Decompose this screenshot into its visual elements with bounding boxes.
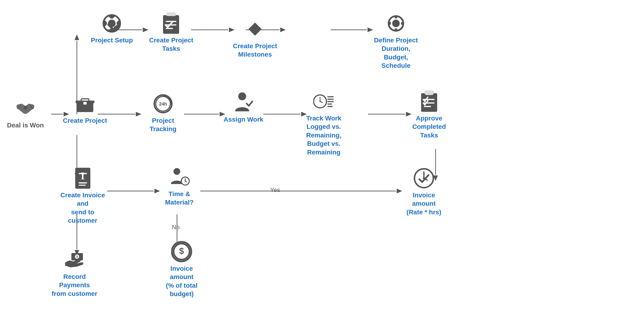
node-create-project-milestones: Create ProjectMilestones <box>233 19 277 59</box>
approve-tasks-label: ApproveCompletedTasks <box>412 114 446 140</box>
svg-text:$: $ <box>179 246 184 256</box>
payment-icon: $ <box>64 249 85 270</box>
diamond-icon <box>244 19 266 40</box>
node-record-payments: $ Record Paymentsfrom customer <box>51 249 98 298</box>
gear-cycle-icon <box>386 13 406 34</box>
node-define-project: Define ProjectDuration, Budget,Schedule <box>373 13 419 70</box>
node-project-setup: Project Setup <box>91 13 133 44</box>
svg-rect-77 <box>424 90 434 94</box>
node-track-work: Track WorkLogged vs. Remaining,Budget vs… <box>300 91 347 156</box>
milestones-label: Create ProjectMilestones <box>233 42 277 59</box>
define-project-label: Define ProjectDuration, Budget,Schedule <box>373 36 419 70</box>
svg-rect-73 <box>328 104 332 104</box>
node-create-project-tasks: Create ProjectTasks <box>149 13 193 53</box>
svg-rect-51 <box>248 22 262 36</box>
node-project-tracking: 24h Project Tracking <box>140 93 186 134</box>
svg-marker-1 <box>74 34 79 40</box>
svg-point-86 <box>174 168 180 175</box>
node-approve-tasks: ApproveCompletedTasks <box>412 91 446 140</box>
svg-rect-57 <box>395 28 397 32</box>
svg-marker-9 <box>368 28 373 32</box>
svg-marker-7 <box>280 28 286 32</box>
briefcase-icon <box>74 93 96 114</box>
invoice-budget-label: Invoice amount(% of total budget) <box>158 264 205 298</box>
svg-point-64 <box>238 92 246 100</box>
assign-work-label: Assign Work <box>224 115 264 124</box>
deal-won-label: Deal is Won <box>7 121 44 130</box>
track-work-label: Track WorkLogged vs. Remaining,Budget vs… <box>300 114 347 156</box>
diagram: Deal is Won Create Project <box>0 0 644 311</box>
node-time-material: Time & Material? <box>156 166 203 207</box>
clipboard-check-icon <box>161 13 182 34</box>
handshake-icon <box>15 98 36 119</box>
svg-point-69 <box>319 101 321 102</box>
svg-rect-72 <box>328 101 334 102</box>
gear-wrench-icon <box>101 13 122 34</box>
svg-point-91 <box>185 180 186 182</box>
svg-marker-19 <box>406 112 412 116</box>
svg-text:$: $ <box>76 255 78 258</box>
clock-check-icon <box>414 168 434 189</box>
create-invoice-label: Create Invoice andsend to customer <box>60 191 106 225</box>
svg-rect-47 <box>166 12 176 16</box>
no-label: No <box>172 224 180 231</box>
node-invoice-rate: Invoice amount(Rate * hrs) <box>400 168 447 216</box>
invoice-rate-label: Invoice amount(Rate * hrs) <box>400 191 447 216</box>
node-assign-work: Assign Work <box>224 92 264 124</box>
project-setup-label: Project Setup <box>91 36 133 44</box>
svg-rect-56 <box>401 22 404 25</box>
svg-text:24h: 24h <box>159 101 167 106</box>
dollar-circle-icon: $ <box>171 241 192 262</box>
time-material-label: Time & Material? <box>156 190 203 207</box>
svg-rect-71 <box>328 98 334 100</box>
svg-rect-70 <box>328 96 334 98</box>
clock-list-icon <box>313 91 334 112</box>
invoice-icon: I <box>72 168 93 189</box>
yes-label: Yes <box>270 186 280 194</box>
person-check-icon <box>233 92 254 113</box>
create-tasks-label: Create ProjectTasks <box>149 36 193 53</box>
clipboard-approve-icon <box>418 91 440 112</box>
node-deal-won: Deal is Won <box>7 98 44 130</box>
svg-marker-3 <box>143 28 148 32</box>
svg-point-54 <box>392 20 400 27</box>
svg-rect-36 <box>84 102 87 104</box>
svg-rect-55 <box>395 16 397 18</box>
svg-text:I: I <box>80 170 85 182</box>
svg-rect-74 <box>328 106 332 107</box>
clock-24h-icon: 24h <box>152 93 174 114</box>
node-create-invoice: I Create Invoice andsend to customer <box>60 168 106 225</box>
svg-point-32 <box>24 106 27 110</box>
record-payments-label: Record Paymentsfrom customer <box>51 272 98 298</box>
person-clock-icon <box>169 166 190 188</box>
svg-rect-58 <box>388 22 391 25</box>
node-create-project: Create Project <box>63 93 107 125</box>
project-tracking-label: Project Tracking <box>140 116 186 134</box>
create-project-label: Create Project <box>63 116 107 125</box>
node-invoice-budget: $ Invoice amount(% of total budget) <box>158 241 205 298</box>
